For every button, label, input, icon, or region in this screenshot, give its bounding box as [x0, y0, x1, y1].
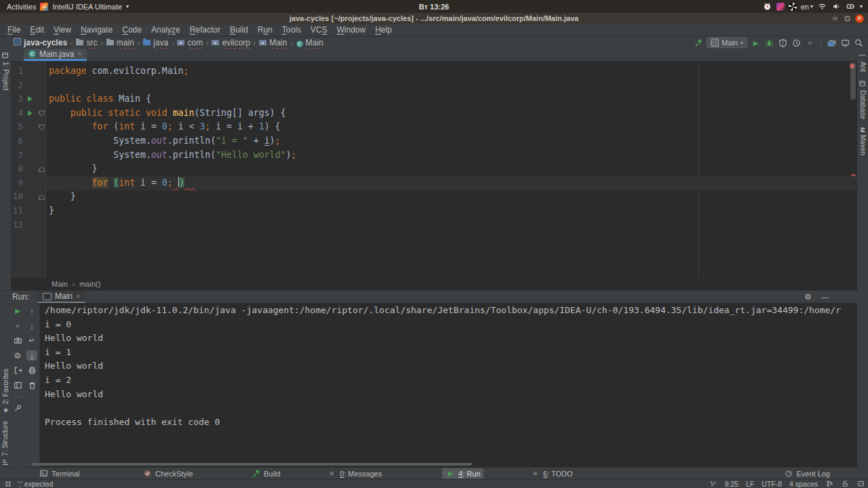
- fold-marker-icon[interactable]: [39, 110, 45, 117]
- toolwindow-button-0-messages[interactable]: ≡0: Messages: [323, 468, 385, 479]
- tool-window-button-2-favorites[interactable]: ★2: Favorites: [2, 369, 9, 414]
- memory-indicator-icon[interactable]: [856, 480, 865, 487]
- file-encoding[interactable]: UTF-8: [762, 480, 782, 488]
- pin-tab-button[interactable]: [12, 403, 23, 413]
- code-editor[interactable]: 123456789101112 package com.evilcorp.Mai…: [11, 61, 857, 278]
- menu-build[interactable]: Build: [225, 24, 253, 36]
- menu-run[interactable]: Run: [253, 24, 277, 36]
- tool-window-button-maven[interactable]: MMaven: [859, 127, 867, 156]
- run-panel-minimize-icon[interactable]: —: [820, 291, 830, 302]
- chevron-right-icon: ›: [254, 39, 256, 47]
- dump-threads-button[interactable]: [12, 336, 23, 346]
- indent-setting[interactable]: 4 spaces: [789, 480, 818, 488]
- menu-analyze[interactable]: Analyze: [146, 24, 185, 36]
- toolwindow-button-6-todo[interactable]: ≡6: TODO: [527, 468, 576, 479]
- debug-button[interactable]: [764, 38, 774, 48]
- build-hammer-icon[interactable]: [693, 38, 703, 48]
- menu-vcs[interactable]: VCS: [306, 24, 332, 36]
- editor-scrollbar[interactable]: [850, 62, 856, 100]
- print-button[interactable]: [26, 365, 37, 375]
- stop-button[interactable]: ■: [12, 321, 23, 331]
- run-settings-button[interactable]: ⚙: [12, 350, 23, 361]
- run-console[interactable]: /home/riptor/jdk/jdk-11.0.2/bin/java -ja…: [39, 303, 857, 468]
- nav-crumb-java[interactable]: java: [143, 38, 168, 47]
- menu-tools[interactable]: Tools: [277, 24, 306, 36]
- minimize-window-button[interactable]: −: [831, 14, 840, 23]
- scroll-to-end-button[interactable]: ↓: [26, 350, 37, 361]
- clear-all-button[interactable]: [26, 380, 37, 390]
- run-panel-settings-gear-icon[interactable]: ⚙: [803, 291, 813, 302]
- fold-marker-icon[interactable]: [39, 194, 45, 200]
- fold-marker-icon[interactable]: [39, 124, 45, 130]
- background-tasks-icon[interactable]: [709, 480, 717, 487]
- tool-window-button-database[interactable]: Database: [859, 80, 867, 119]
- menu-window[interactable]: Window: [332, 24, 370, 36]
- tool-window-button-1-project[interactable]: 1: Project: [1, 52, 9, 90]
- tab-close-icon[interactable]: ×: [77, 50, 81, 58]
- run-button[interactable]: ▶: [751, 38, 761, 48]
- run-tab-close-icon[interactable]: ×: [76, 293, 80, 300]
- tool-window-switcher-icon[interactable]: [3, 479, 13, 488]
- menu-navigate[interactable]: Navigate: [76, 24, 117, 36]
- close-window-button[interactable]: ✕: [855, 14, 864, 23]
- menu-help[interactable]: Help: [370, 24, 397, 36]
- run-line-marker-icon[interactable]: [28, 96, 33, 102]
- run-configuration-select[interactable]: Main ▾: [707, 37, 747, 48]
- profiler-button[interactable]: [791, 38, 802, 48]
- screen-recorder-icon[interactable]: [789, 3, 797, 11]
- breadcrumb-class[interactable]: Main: [52, 280, 68, 288]
- menu-edit[interactable]: Edit: [25, 24, 49, 36]
- alarm-clock-icon[interactable]: [762, 1, 772, 12]
- up-the-stack-button[interactable]: ↑: [26, 306, 37, 316]
- fold-marker-icon[interactable]: [39, 166, 45, 172]
- soft-wrap-button[interactable]: ↵: [26, 336, 37, 346]
- toolwindow-button-build[interactable]: Build: [248, 468, 283, 479]
- line-separator[interactable]: LF: [746, 480, 754, 488]
- project-structure-button[interactable]: [827, 38, 837, 48]
- nav-crumb-evilcorp[interactable]: evilcorp: [212, 38, 250, 47]
- menu-refactor[interactable]: Refactor: [185, 24, 225, 36]
- nav-crumb-java-cycles[interactable]: java-cycles: [14, 38, 67, 47]
- search-everywhere-button[interactable]: [854, 38, 864, 48]
- code-text[interactable]: package com.evilcorp.Main;public class M…: [49, 64, 857, 232]
- volume-icon[interactable]: [831, 1, 842, 12]
- editor-tab-main-java[interactable]: C Main.java ×: [24, 49, 87, 61]
- run-line-marker-icon[interactable]: [28, 110, 33, 116]
- coverage-button[interactable]: [778, 38, 788, 48]
- rerun-button[interactable]: ▶: [12, 306, 23, 316]
- nav-crumb-src[interactable]: src: [76, 38, 97, 47]
- terminal-toolbar-button[interactable]: [840, 38, 850, 48]
- caret-position[interactable]: 9:25: [725, 480, 738, 488]
- tool-window-button-7-structure[interactable]: 7: Structure: [1, 421, 9, 466]
- nav-crumb-com[interactable]: com: [177, 38, 203, 47]
- toolwindow-button-terminal[interactable]: Terminal: [35, 468, 83, 479]
- tool-window-button-ant[interactable]: Ant: [859, 52, 867, 72]
- desktop-clock[interactable]: Вт 13:26: [419, 3, 449, 11]
- toolwindow-button-4-run[interactable]: ▶4: Run: [442, 468, 484, 479]
- nav-crumb-main[interactable]: CMain: [296, 38, 323, 47]
- maximize-window-button[interactable]: ▢: [843, 14, 852, 23]
- keyboard-layout-indicator[interactable]: en▾: [801, 0, 813, 13]
- console-horizontal-scrollbar[interactable]: [31, 463, 472, 466]
- toolwindow-button-checkstyle[interactable]: CheckStyle: [139, 468, 197, 479]
- tool-window-bar: Event Log TerminalCheckStyleBuild≡0: Mes…: [0, 467, 868, 480]
- run-tab-main[interactable]: Main ×: [38, 291, 85, 303]
- close-console-button[interactable]: [12, 365, 23, 375]
- error-stripe-mark[interactable]: [851, 174, 856, 176]
- readonly-lock-icon[interactable]: [841, 480, 849, 487]
- nav-crumb-main[interactable]: main: [106, 38, 134, 47]
- menu-code[interactable]: Code: [117, 24, 146, 36]
- system-menu-caret-icon[interactable]: ▾: [860, 3, 863, 9]
- stop-button[interactable]: ■: [805, 38, 815, 48]
- down-the-stack-button[interactable]: ↓: [26, 321, 37, 331]
- menu-file[interactable]: File: [3, 24, 25, 36]
- breadcrumb-method[interactable]: main(): [79, 280, 100, 288]
- menu-view[interactable]: View: [49, 24, 76, 36]
- event-log-button[interactable]: Event Log: [783, 468, 830, 479]
- restore-layout-button[interactable]: [12, 380, 23, 390]
- vcs-branch-icon[interactable]: [825, 480, 833, 487]
- nav-crumb-main[interactable]: Main: [259, 38, 287, 47]
- workspace-cube-icon[interactable]: [776, 3, 785, 11]
- battery-icon[interactable]: [846, 1, 856, 12]
- wifi-icon[interactable]: [817, 1, 827, 12]
